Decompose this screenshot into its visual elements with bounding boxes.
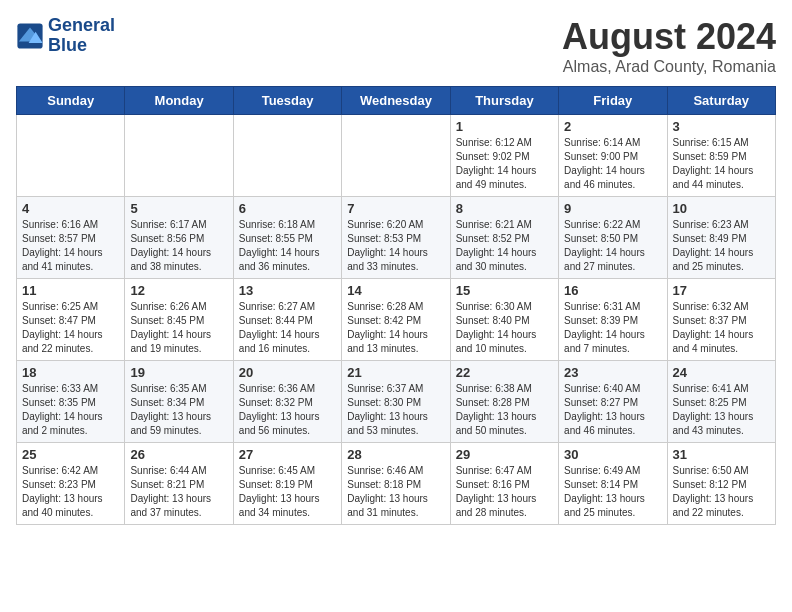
day-info: Sunrise: 6:27 AM Sunset: 8:44 PM Dayligh… <box>239 300 336 356</box>
day-number: 15 <box>456 283 553 298</box>
day-number: 25 <box>22 447 119 462</box>
logo-text: General Blue <box>48 16 115 56</box>
day-info: Sunrise: 6:23 AM Sunset: 8:49 PM Dayligh… <box>673 218 770 274</box>
col-thursday: Thursday <box>450 87 558 115</box>
day-number: 21 <box>347 365 444 380</box>
calendar-cell <box>125 115 233 197</box>
col-saturday: Saturday <box>667 87 775 115</box>
day-number: 19 <box>130 365 227 380</box>
location-title: Almas, Arad County, Romania <box>562 58 776 76</box>
calendar-cell: 31Sunrise: 6:50 AM Sunset: 8:12 PM Dayli… <box>667 443 775 525</box>
day-info: Sunrise: 6:46 AM Sunset: 8:18 PM Dayligh… <box>347 464 444 520</box>
day-number: 20 <box>239 365 336 380</box>
calendar-cell: 19Sunrise: 6:35 AM Sunset: 8:34 PM Dayli… <box>125 361 233 443</box>
day-number: 4 <box>22 201 119 216</box>
day-number: 12 <box>130 283 227 298</box>
day-number: 3 <box>673 119 770 134</box>
logo-line2: Blue <box>48 36 115 56</box>
calendar-cell: 12Sunrise: 6:26 AM Sunset: 8:45 PM Dayli… <box>125 279 233 361</box>
page-header: General Blue August 2024 Almas, Arad Cou… <box>16 16 776 76</box>
calendar-cell: 17Sunrise: 6:32 AM Sunset: 8:37 PM Dayli… <box>667 279 775 361</box>
calendar-cell: 16Sunrise: 6:31 AM Sunset: 8:39 PM Dayli… <box>559 279 667 361</box>
day-info: Sunrise: 6:18 AM Sunset: 8:55 PM Dayligh… <box>239 218 336 274</box>
col-tuesday: Tuesday <box>233 87 341 115</box>
calendar-table: Sunday Monday Tuesday Wednesday Thursday… <box>16 86 776 525</box>
day-info: Sunrise: 6:16 AM Sunset: 8:57 PM Dayligh… <box>22 218 119 274</box>
calendar-cell: 10Sunrise: 6:23 AM Sunset: 8:49 PM Dayli… <box>667 197 775 279</box>
day-number: 16 <box>564 283 661 298</box>
calendar-cell: 25Sunrise: 6:42 AM Sunset: 8:23 PM Dayli… <box>17 443 125 525</box>
day-number: 29 <box>456 447 553 462</box>
calendar-cell: 27Sunrise: 6:45 AM Sunset: 8:19 PM Dayli… <box>233 443 341 525</box>
day-info: Sunrise: 6:37 AM Sunset: 8:30 PM Dayligh… <box>347 382 444 438</box>
calendar-cell: 14Sunrise: 6:28 AM Sunset: 8:42 PM Dayli… <box>342 279 450 361</box>
day-info: Sunrise: 6:26 AM Sunset: 8:45 PM Dayligh… <box>130 300 227 356</box>
calendar-cell: 11Sunrise: 6:25 AM Sunset: 8:47 PM Dayli… <box>17 279 125 361</box>
day-info: Sunrise: 6:31 AM Sunset: 8:39 PM Dayligh… <box>564 300 661 356</box>
calendar-cell: 7Sunrise: 6:20 AM Sunset: 8:53 PM Daylig… <box>342 197 450 279</box>
calendar-cell: 5Sunrise: 6:17 AM Sunset: 8:56 PM Daylig… <box>125 197 233 279</box>
day-info: Sunrise: 6:14 AM Sunset: 9:00 PM Dayligh… <box>564 136 661 192</box>
col-friday: Friday <box>559 87 667 115</box>
day-number: 27 <box>239 447 336 462</box>
day-number: 17 <box>673 283 770 298</box>
day-info: Sunrise: 6:42 AM Sunset: 8:23 PM Dayligh… <box>22 464 119 520</box>
day-info: Sunrise: 6:25 AM Sunset: 8:47 PM Dayligh… <box>22 300 119 356</box>
calendar-cell: 24Sunrise: 6:41 AM Sunset: 8:25 PM Dayli… <box>667 361 775 443</box>
day-number: 23 <box>564 365 661 380</box>
calendar-cell <box>233 115 341 197</box>
calendar-cell <box>17 115 125 197</box>
day-info: Sunrise: 6:33 AM Sunset: 8:35 PM Dayligh… <box>22 382 119 438</box>
day-number: 9 <box>564 201 661 216</box>
day-info: Sunrise: 6:22 AM Sunset: 8:50 PM Dayligh… <box>564 218 661 274</box>
day-number: 13 <box>239 283 336 298</box>
day-info: Sunrise: 6:21 AM Sunset: 8:52 PM Dayligh… <box>456 218 553 274</box>
day-info: Sunrise: 6:41 AM Sunset: 8:25 PM Dayligh… <box>673 382 770 438</box>
calendar-week-2: 4Sunrise: 6:16 AM Sunset: 8:57 PM Daylig… <box>17 197 776 279</box>
calendar-cell: 23Sunrise: 6:40 AM Sunset: 8:27 PM Dayli… <box>559 361 667 443</box>
calendar-week-4: 18Sunrise: 6:33 AM Sunset: 8:35 PM Dayli… <box>17 361 776 443</box>
day-number: 8 <box>456 201 553 216</box>
calendar-cell: 28Sunrise: 6:46 AM Sunset: 8:18 PM Dayli… <box>342 443 450 525</box>
calendar-week-5: 25Sunrise: 6:42 AM Sunset: 8:23 PM Dayli… <box>17 443 776 525</box>
day-number: 11 <box>22 283 119 298</box>
calendar-cell: 13Sunrise: 6:27 AM Sunset: 8:44 PM Dayli… <box>233 279 341 361</box>
calendar-cell: 22Sunrise: 6:38 AM Sunset: 8:28 PM Dayli… <box>450 361 558 443</box>
day-number: 26 <box>130 447 227 462</box>
day-info: Sunrise: 6:30 AM Sunset: 8:40 PM Dayligh… <box>456 300 553 356</box>
day-number: 28 <box>347 447 444 462</box>
calendar-cell: 4Sunrise: 6:16 AM Sunset: 8:57 PM Daylig… <box>17 197 125 279</box>
month-title: August 2024 <box>562 16 776 58</box>
day-info: Sunrise: 6:38 AM Sunset: 8:28 PM Dayligh… <box>456 382 553 438</box>
day-info: Sunrise: 6:17 AM Sunset: 8:56 PM Dayligh… <box>130 218 227 274</box>
day-number: 1 <box>456 119 553 134</box>
calendar-cell: 21Sunrise: 6:37 AM Sunset: 8:30 PM Dayli… <box>342 361 450 443</box>
day-number: 5 <box>130 201 227 216</box>
day-info: Sunrise: 6:45 AM Sunset: 8:19 PM Dayligh… <box>239 464 336 520</box>
calendar-cell: 2Sunrise: 6:14 AM Sunset: 9:00 PM Daylig… <box>559 115 667 197</box>
day-info: Sunrise: 6:40 AM Sunset: 8:27 PM Dayligh… <box>564 382 661 438</box>
calendar-week-3: 11Sunrise: 6:25 AM Sunset: 8:47 PM Dayli… <box>17 279 776 361</box>
day-info: Sunrise: 6:36 AM Sunset: 8:32 PM Dayligh… <box>239 382 336 438</box>
day-number: 24 <box>673 365 770 380</box>
day-number: 6 <box>239 201 336 216</box>
calendar-cell: 30Sunrise: 6:49 AM Sunset: 8:14 PM Dayli… <box>559 443 667 525</box>
col-monday: Monday <box>125 87 233 115</box>
day-number: 31 <box>673 447 770 462</box>
day-number: 10 <box>673 201 770 216</box>
day-info: Sunrise: 6:20 AM Sunset: 8:53 PM Dayligh… <box>347 218 444 274</box>
calendar-cell: 15Sunrise: 6:30 AM Sunset: 8:40 PM Dayli… <box>450 279 558 361</box>
day-number: 22 <box>456 365 553 380</box>
col-sunday: Sunday <box>17 87 125 115</box>
calendar-cell: 29Sunrise: 6:47 AM Sunset: 8:16 PM Dayli… <box>450 443 558 525</box>
day-info: Sunrise: 6:44 AM Sunset: 8:21 PM Dayligh… <box>130 464 227 520</box>
calendar-header-row: Sunday Monday Tuesday Wednesday Thursday… <box>17 87 776 115</box>
calendar-cell: 1Sunrise: 6:12 AM Sunset: 9:02 PM Daylig… <box>450 115 558 197</box>
day-info: Sunrise: 6:32 AM Sunset: 8:37 PM Dayligh… <box>673 300 770 356</box>
title-block: August 2024 Almas, Arad County, Romania <box>562 16 776 76</box>
logo-icon <box>16 22 44 50</box>
day-info: Sunrise: 6:28 AM Sunset: 8:42 PM Dayligh… <box>347 300 444 356</box>
col-wednesday: Wednesday <box>342 87 450 115</box>
day-info: Sunrise: 6:47 AM Sunset: 8:16 PM Dayligh… <box>456 464 553 520</box>
logo-line1: General <box>48 16 115 36</box>
